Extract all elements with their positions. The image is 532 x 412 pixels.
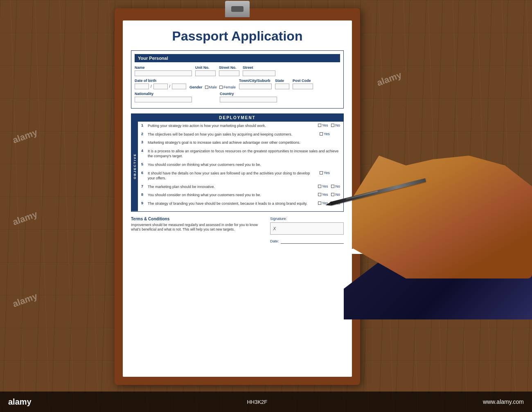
dob-field: Date of birth / /	[135, 79, 186, 89]
male-label: Male	[209, 85, 217, 89]
question-text-4: It is a process to allow an organization…	[148, 149, 340, 159]
bottom-logo: alamy	[8, 397, 32, 407]
nationality-label: Nationality	[135, 92, 192, 96]
dob-day-input[interactable]	[135, 84, 149, 89]
hand-skin	[352, 156, 532, 278]
question-text-7: The marketing plan should be innovative.	[148, 184, 316, 190]
street-input[interactable]	[243, 70, 275, 76]
state-input[interactable]	[275, 84, 289, 89]
male-checkbox[interactable]	[205, 86, 208, 89]
personal-row-2: Date of birth / / Gender Male	[135, 79, 340, 89]
yes-label-2: Yes	[324, 132, 330, 136]
bottom-url: www.alamy.com	[483, 398, 524, 405]
question-item-7: 7 The marketing plan should be innovativ…	[141, 184, 340, 190]
question-item-6: 6 It should have the details on how your…	[141, 171, 340, 181]
unit-no-field: Unit No.	[195, 66, 216, 76]
female-checkbox[interactable]	[219, 86, 223, 89]
question-num-1: 1	[141, 123, 146, 127]
question-item-2: 2 The objectives will be based on how yo…	[141, 132, 340, 137]
personal-row-3: Nationality Country	[135, 92, 340, 102]
q2-yes[interactable]: Yes	[320, 132, 330, 136]
nationality-input[interactable]	[135, 97, 192, 102]
name-label: Name	[135, 66, 192, 70]
question-text-8: You should consider on thinking what you…	[148, 192, 316, 198]
question-num-9: 9	[141, 201, 146, 205]
question-item-1: 1 Putting your strategy into action is h…	[141, 123, 340, 129]
country-field: Country	[220, 92, 277, 102]
question-text-1: Putting your strategy into action is how…	[148, 123, 316, 129]
town-field: Town/City/Suburb	[239, 79, 272, 89]
question-text-3: Marketing strategy's goal is to increase…	[148, 140, 340, 145]
personal-row-1: Name Unit No. Street No. Street	[135, 66, 340, 76]
personal-header: Your Personal	[135, 54, 340, 62]
signature-value: X	[273, 226, 276, 231]
no-label-1: No	[335, 123, 340, 127]
q1-no-checkbox[interactable]	[331, 124, 334, 127]
street-no-field: Street No.	[219, 66, 239, 76]
question-item-9: 9 The strategy of branding you have shou…	[141, 201, 340, 206]
question-num-6: 6	[141, 171, 146, 175]
questions-list: 1 Putting your strategy into action is h…	[138, 122, 343, 211]
unit-no-label: Unit No.	[195, 66, 216, 70]
q1-yes[interactable]: Yes	[318, 123, 328, 127]
name-field: Name	[135, 66, 192, 76]
question-num-7: 7	[141, 184, 146, 188]
state-field: State	[275, 79, 289, 89]
q1-yes-checkbox[interactable]	[318, 124, 321, 127]
question-num-2: 2	[141, 132, 146, 136]
dob-separator-2: /	[169, 84, 171, 88]
gender-label: Gender	[189, 85, 203, 89]
question-1-yes-no: Yes No	[318, 123, 340, 127]
town-input[interactable]	[239, 84, 272, 89]
question-item-4: 4 It is a process to allow an organizati…	[141, 149, 340, 159]
clipboard-clip	[225, 1, 250, 17]
dob-month-input[interactable]	[153, 84, 168, 89]
question-num-3: 3	[141, 140, 146, 144]
form-title: Passport Application	[131, 29, 344, 44]
street-field: Street	[243, 66, 275, 76]
country-label: Country	[220, 92, 277, 96]
question-num-8: 8	[141, 192, 146, 197]
female-checkbox-label[interactable]: Female	[219, 85, 236, 89]
dob-year-input[interactable]	[172, 84, 186, 89]
question-item-3: 3 Marketing strategy's goal is to increa…	[141, 140, 340, 145]
gender-field: Gender Male Female	[189, 85, 236, 89]
terms-text: Improvement should be measured regularly…	[131, 223, 262, 233]
country-input[interactable]	[220, 97, 277, 102]
female-label: Female	[223, 85, 236, 89]
q2-yes-checkbox[interactable]	[320, 132, 323, 136]
question-text-6: It should have the details on how your s…	[148, 171, 318, 181]
pen-tip	[325, 202, 331, 207]
date-label: Date:	[270, 239, 279, 243]
street-no-label: Street No.	[219, 66, 239, 70]
question-2-yes-no: Yes	[320, 132, 340, 136]
form-paper: Passport Application Your Personal Name …	[123, 20, 352, 377]
postcode-label: Post Code	[293, 79, 313, 83]
objective-sidebar: OBJECTIVE	[131, 122, 138, 211]
question-item-5: 5 You should consider on thinking what y…	[141, 162, 340, 168]
street-label: Street	[243, 66, 275, 70]
terms-section: Terms & Conditions Improvement should be…	[131, 217, 344, 244]
personal-section: Your Personal Name Unit No. Street No. S…	[131, 50, 344, 109]
yes-label-1: Yes	[322, 123, 328, 127]
bottom-code: HH3K2F	[247, 399, 267, 405]
nationality-field: Nationality	[135, 92, 192, 102]
bottom-bar: alamy HH3K2F www.alamy.com	[0, 392, 532, 412]
town-label: Town/City/Suburb	[239, 79, 272, 83]
question-text-2: The objectives will be based on how you …	[148, 132, 318, 137]
question-item-8: 8 You should consider on thinking what y…	[141, 192, 340, 198]
street-no-input[interactable]	[219, 70, 239, 76]
name-input[interactable]	[135, 70, 192, 76]
terms-left: Terms & Conditions Improvement should be…	[131, 217, 262, 244]
unit-no-input[interactable]	[195, 70, 216, 76]
question-text-5: You should consider on thinking what you…	[148, 162, 340, 168]
postcode-input[interactable]	[293, 84, 313, 89]
dob-label: Date of birth	[135, 79, 186, 83]
male-checkbox-label[interactable]: Male	[205, 85, 217, 89]
question-num-5: 5	[141, 162, 146, 166]
question-num-4: 4	[141, 149, 146, 153]
deployment-header: DEPLOYMENT	[131, 114, 343, 122]
q1-no[interactable]: No	[331, 123, 340, 127]
state-label: State	[275, 79, 289, 83]
terms-title: Terms & Conditions	[131, 217, 262, 221]
